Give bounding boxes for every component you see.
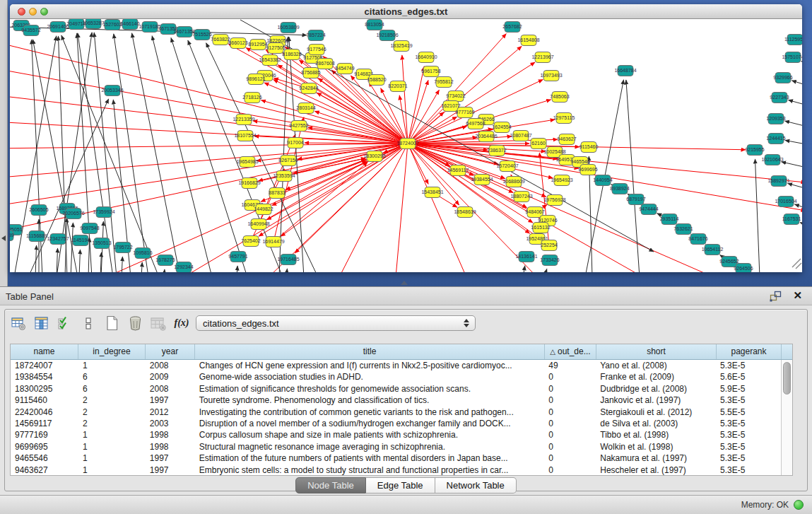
network-canvas[interactable]: 1872400720632919435572206914062049714106…: [10, 19, 802, 272]
graph-node[interactable]: 7663822: [211, 35, 230, 45]
graph-node[interactable]: 10688609: [502, 177, 524, 187]
graph-node[interactable]: 7485063: [550, 92, 569, 103]
table-cell[interactable]: 49: [544, 360, 596, 371]
table-selector-dropdown[interactable]: citations_edges.txt: [196, 315, 476, 331]
column-header-out_de[interactable]: △out_de...: [545, 344, 596, 359]
table-cell[interactable]: 1: [78, 465, 146, 475]
graph-node[interactable]: 9427552: [289, 121, 308, 132]
table-cell[interactable]: Jankovic et al. (1997): [596, 395, 716, 406]
graph-node[interactable]: 917004: [287, 138, 303, 148]
graph-node[interactable]: 9474444: [639, 204, 658, 215]
table-cell[interactable]: 2: [78, 407, 146, 418]
graph-node[interactable]: 16640910: [415, 52, 437, 63]
graph-node[interactable]: 1167531: [782, 214, 801, 225]
table-row[interactable]: 946554611997Estimation of the future num…: [11, 452, 781, 464]
table-cell[interactable]: Estimation of significance thresholds fo…: [195, 383, 545, 395]
table-cell[interactable]: de Silva et al. (2003): [596, 418, 716, 429]
table-cell[interactable]: 5.9E-5: [716, 383, 781, 395]
table-cell[interactable]: 6: [78, 383, 146, 395]
table-cell[interactable]: 2: [78, 395, 146, 406]
graph-node[interactable]: 16409948: [247, 219, 269, 230]
table-cell[interactable]: Franke et al. (2009): [596, 371, 716, 382]
column-header-title[interactable]: title: [195, 344, 545, 359]
column-header-short[interactable]: short: [596, 344, 717, 359]
table-cell[interactable]: 5.3E-5: [716, 418, 781, 429]
table-row[interactable]: 1938455462009Genome-wide association stu…: [11, 371, 781, 382]
table-cell[interactable]: 1: [78, 429, 146, 440]
graph-node[interactable]: 2606505: [29, 205, 48, 216]
panel-splitter-grip[interactable]: [401, 281, 408, 285]
table-cell[interactable]: 0: [544, 441, 596, 452]
table-cell[interactable]: 0: [544, 371, 596, 382]
graph-node[interactable]: 8813054: [365, 20, 384, 30]
table-row[interactable]: 969969511998Structural magnetic resonanc…: [11, 441, 781, 452]
graph-node[interactable]: 9264506: [734, 264, 753, 273]
graph-node[interactable]: 8756885: [301, 68, 320, 78]
graph-node[interactable]: 7625402: [241, 236, 260, 247]
table-cell[interactable]: 1997: [146, 395, 195, 406]
table-cell[interactable]: Embryonic stem cells: a model to study s…: [195, 465, 545, 475]
table-row[interactable]: 946362711997Embryonic stem cells: a mode…: [11, 465, 781, 475]
create-column-button[interactable]: [103, 315, 120, 332]
graph-node[interactable]: 12342757: [47, 234, 69, 245]
graph-node[interactable]: 20206576: [62, 209, 84, 219]
graph-node[interactable]: 9457791: [228, 252, 247, 262]
table-cell[interactable]: 6: [78, 371, 146, 382]
graph-node[interactable]: 8454749: [335, 64, 354, 74]
graph-node[interactable]: 12213967: [531, 52, 553, 63]
graph-node[interactable]: 20364486: [475, 132, 497, 142]
graph-node[interactable]: 20053346: [101, 86, 123, 96]
graph-node[interactable]: 19166829: [238, 178, 260, 189]
graph-node[interactable]: 18548639: [454, 207, 476, 218]
graph-node[interactable]: 14136141: [515, 252, 537, 262]
graph-node[interactable]: 11125956: [784, 35, 802, 45]
graph-node[interactable]: 19654985: [236, 157, 258, 168]
table-cell[interactable]: Wolkin et al. (1998): [596, 441, 716, 452]
graph-node[interactable]: 16914479: [262, 237, 284, 247]
graph-node[interactable]: 9777169: [455, 107, 474, 118]
graph-node[interactable]: 9734022: [446, 91, 465, 102]
graph-node[interactable]: 2935114: [660, 214, 679, 225]
table-cell[interactable]: Investigating the contribution of common…: [195, 407, 545, 418]
graph-node[interactable]: 10719185: [139, 22, 160, 33]
table-cell[interactable]: 5.3E-5: [716, 465, 781, 475]
graph-node[interactable]: 1350513: [92, 238, 111, 249]
table-cell[interactable]: 0: [544, 465, 596, 475]
graph-node[interactable]: 10807487: [510, 131, 531, 141]
graph-node[interactable]: 6961758: [421, 66, 440, 77]
table-cell[interactable]: 9777169: [11, 429, 78, 440]
table-row[interactable]: 1872400712008Changes of HCN gene express…: [11, 360, 781, 371]
table-settings-button[interactable]: [10, 315, 27, 332]
table-cell[interactable]: 1997: [146, 452, 195, 464]
graph-node[interactable]: 20691406: [47, 22, 69, 33]
graph-node[interactable]: 12353594: [273, 171, 295, 182]
graph-node[interactable]: 19654923: [551, 175, 572, 186]
table-row[interactable]: 1456911722003Disruption of a novel membe…: [11, 418, 781, 429]
graph-node[interactable]: 9097548: [80, 223, 99, 234]
table-cell[interactable]: Disruption of a novel member of a sodium…: [195, 418, 545, 429]
graph-node[interactable]: 2867608: [315, 59, 334, 69]
graph-node[interactable]: 18107554: [234, 131, 256, 141]
graph-node[interactable]: 19756928: [543, 195, 565, 206]
table-cell[interactable]: 2012: [146, 407, 195, 418]
graph-node[interactable]: 12975115: [553, 113, 575, 124]
table-cell[interactable]: Hescheler et al. (1997): [596, 465, 716, 475]
graph-node[interactable]: 9699695: [578, 165, 597, 175]
graph-node[interactable]: 16053809: [277, 23, 299, 33]
table-cell[interactable]: 5.3E-5: [716, 452, 781, 464]
graph-node[interactable]: 1095816: [133, 248, 152, 259]
graph-node[interactable]: 11156889: [26, 231, 47, 242]
graph-node[interactable]: 9463627: [557, 134, 576, 145]
table-cell[interactable]: 5.6E-5: [716, 371, 781, 382]
graph-node[interactable]: 17359924: [93, 207, 114, 218]
canvas-resize-grip[interactable]: [792, 259, 801, 269]
graph-node[interactable]: 9242844: [299, 83, 318, 94]
graph-node[interactable]: 6497568: [466, 119, 485, 129]
table-cell[interactable]: 2: [78, 418, 146, 429]
table-cell[interactable]: 18724007: [11, 360, 78, 371]
table-cell[interactable]: 1: [78, 360, 146, 371]
graph-node[interactable]: 7632621: [673, 224, 693, 235]
table-cell[interactable]: Tourette syndrome. Phenomenology and cla…: [195, 395, 545, 406]
graph-node[interactable]: 8267150: [278, 156, 298, 166]
graph-node[interactable]: 9227343: [770, 93, 789, 103]
